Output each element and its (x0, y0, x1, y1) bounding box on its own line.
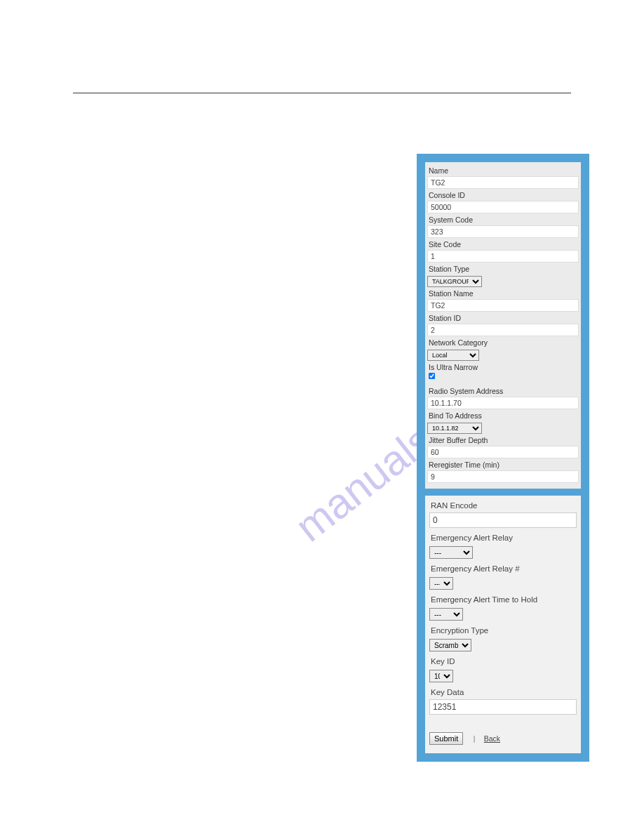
key-id-select[interactable]: 10 (429, 670, 453, 682)
separator: | (474, 735, 476, 743)
config-panel: Name Console ID System Code Site Code St… (417, 154, 589, 762)
ea-hold-select[interactable]: --- (429, 608, 463, 621)
back-link[interactable]: Back (484, 734, 500, 743)
site-code-input[interactable] (427, 250, 579, 263)
ea-relay-label: Emergency Alert Relay (431, 534, 575, 542)
site-code-label: Site Code (429, 240, 577, 249)
key-data-input[interactable] (429, 699, 577, 715)
ran-encode-label: RAN Encode (431, 501, 575, 510)
ea-relay-num-label: Emergency Alert Relay # (431, 564, 575, 573)
station-name-input[interactable] (427, 299, 579, 312)
radio-address-label: Radio System Address (429, 387, 577, 395)
system-code-label: System Code (429, 216, 577, 224)
jitter-label: Jitter Buffer Depth (429, 436, 577, 444)
console-id-input[interactable] (427, 201, 579, 213)
form-section-top: Name Console ID System Code Site Code St… (425, 162, 581, 489)
form-section-bottom: RAN Encode Emergency Alert Relay --- Eme… (425, 496, 581, 753)
ea-relay-num-select[interactable]: --- (429, 577, 453, 590)
key-data-label: Key Data (431, 688, 575, 696)
submit-button[interactable]: Submit (429, 732, 463, 745)
station-id-label: Station ID (429, 314, 577, 322)
encryption-type-select[interactable]: Scramble (429, 639, 471, 651)
horizontal-rule (73, 93, 571, 93)
station-name-label: Station Name (429, 289, 577, 298)
ultra-narrow-checkbox[interactable] (429, 373, 435, 379)
station-id-input[interactable] (427, 324, 579, 336)
encryption-type-label: Encryption Type (431, 626, 575, 635)
bind-address-label: Bind To Address (429, 411, 577, 420)
network-category-select[interactable]: Local (427, 350, 479, 361)
reregister-label: Reregister Time (min) (429, 461, 577, 469)
ea-relay-select[interactable]: --- (429, 546, 473, 559)
form-actions: Submit | Back (429, 732, 577, 745)
key-id-label: Key ID (431, 657, 575, 666)
station-type-select[interactable]: TALKGROUP (427, 276, 482, 287)
network-category-label: Network Category (429, 338, 577, 347)
radio-address-input[interactable] (427, 397, 579, 409)
ultra-narrow-label: Is Ultra Narrow (429, 363, 577, 371)
console-id-label: Console ID (429, 191, 577, 199)
jitter-input[interactable] (427, 446, 579, 458)
name-input[interactable] (427, 176, 579, 189)
reregister-input[interactable] (427, 470, 579, 483)
system-code-input[interactable] (427, 225, 579, 238)
ea-hold-label: Emergency Alert Time to Hold (431, 595, 575, 604)
ran-encode-input[interactable] (429, 512, 577, 528)
bind-address-select[interactable]: 10.1.1.82 (427, 423, 482, 434)
name-label: Name (429, 166, 577, 175)
page: manualshive.com Name Console ID System C… (0, 0, 644, 834)
station-type-label: Station Type (429, 265, 577, 273)
